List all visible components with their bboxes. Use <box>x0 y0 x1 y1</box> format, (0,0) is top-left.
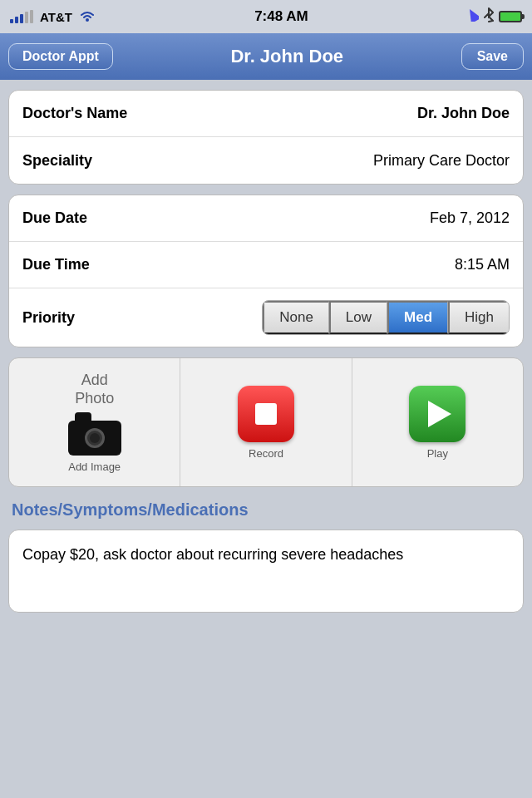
bluetooth-icon <box>484 7 494 26</box>
priority-label: Priority <box>22 309 155 327</box>
priority-high[interactable]: High <box>448 301 509 334</box>
status-right <box>467 7 522 26</box>
media-card: AddPhoto Add Image Record Play <box>8 357 524 487</box>
speciality-row: Speciality Primary Care Doctor <box>9 137 523 184</box>
nav-title: Dr. John Doe <box>121 46 453 67</box>
due-date-label: Due Date <box>22 209 155 227</box>
priority-segmented: None Low Med High <box>262 300 510 335</box>
notes-card[interactable]: Copay $20, ask doctor about recurring se… <box>8 530 524 613</box>
location-icon <box>467 8 479 25</box>
due-date-value: Feb 7, 2012 <box>155 209 510 227</box>
notes-section-header: Notes/Symptoms/Medications <box>8 497 524 520</box>
add-photo-label: AddPhoto <box>75 372 114 407</box>
status-bar: AT&T 7:48 AM <box>0 0 532 33</box>
main-content: Doctor's Name Dr. John Doe Speciality Pr… <box>0 80 532 623</box>
priority-med[interactable]: Med <box>387 301 448 334</box>
carrier-label: AT&T <box>40 10 72 24</box>
priority-low[interactable]: Low <box>329 301 387 334</box>
speciality-label: Speciality <box>22 152 155 170</box>
play-section[interactable]: Play <box>352 358 523 486</box>
battery-icon <box>499 11 522 22</box>
doctor-name-label: Doctor's Name <box>22 105 155 122</box>
priority-none[interactable]: None <box>263 301 329 334</box>
record-button[interactable] <box>238 386 294 442</box>
add-photo-section[interactable]: AddPhoto Add Image <box>9 358 180 486</box>
appointment-card: Due Date Feb 7, 2012 Due Time 8:15 AM Pr… <box>8 195 524 347</box>
due-time-label: Due Time <box>22 256 155 273</box>
doctor-name-value: Dr. John Doe <box>155 105 510 122</box>
camera-icon <box>68 412 121 456</box>
play-triangle-icon <box>428 401 451 427</box>
save-button[interactable]: Save <box>461 43 524 70</box>
nav-bar: Doctor Appt Dr. John Doe Save <box>0 33 532 80</box>
due-date-row: Due Date Feb 7, 2012 <box>9 195 523 242</box>
record-stop-icon <box>255 403 277 425</box>
svg-point-0 <box>86 18 89 22</box>
back-button[interactable]: Doctor Appt <box>8 43 113 70</box>
notes-text: Copay $20, ask doctor about recurring se… <box>22 544 510 566</box>
status-time: 7:48 AM <box>254 8 308 25</box>
svg-marker-1 <box>467 8 479 22</box>
add-image-label: Add Image <box>68 461 121 473</box>
signal-icon <box>10 10 33 23</box>
record-section[interactable]: Record <box>180 358 352 486</box>
play-label: Play <box>427 447 448 460</box>
doctor-name-row: Doctor's Name Dr. John Doe <box>9 91 523 137</box>
due-time-row: Due Time 8:15 AM <box>9 242 523 288</box>
priority-control: None Low Med High <box>155 300 510 335</box>
status-left: AT&T <box>10 9 96 25</box>
play-button[interactable] <box>409 386 466 442</box>
priority-row: Priority None Low Med High <box>9 288 523 347</box>
wifi-icon <box>79 9 96 25</box>
doctor-info-card: Doctor's Name Dr. John Doe Speciality Pr… <box>8 90 524 185</box>
record-label: Record <box>249 447 283 460</box>
speciality-value: Primary Care Doctor <box>155 152 510 170</box>
due-time-value: 8:15 AM <box>155 256 510 273</box>
